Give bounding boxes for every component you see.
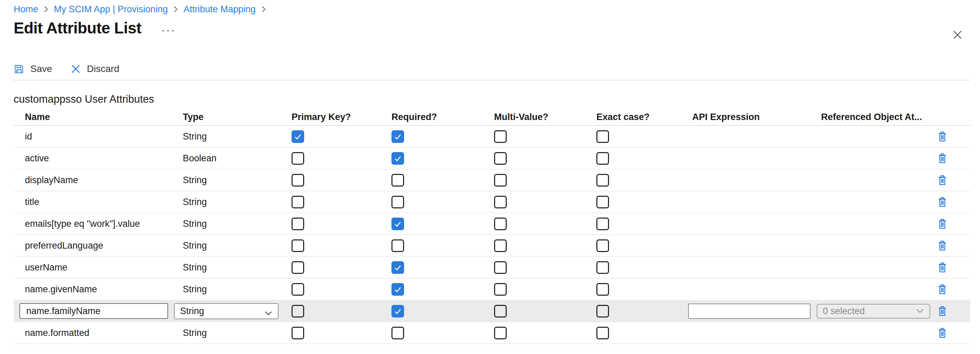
save-button[interactable]: Save [14, 64, 52, 74]
attribute-type-cell: String [183, 175, 291, 185]
exact-case-checkbox[interactable] [597, 239, 609, 252]
table-row: displayName String [14, 169, 970, 191]
table-row: name.givenName String [14, 279, 970, 300]
exact-case-checkbox[interactable] [597, 196, 609, 208]
trash-icon [938, 284, 947, 295]
primary-key-checkbox[interactable] [291, 130, 304, 143]
more-options-button[interactable]: ··· [161, 23, 176, 33]
trash-icon [938, 197, 947, 207]
multi-value-checkbox[interactable] [494, 130, 507, 143]
attribute-name-input[interactable] [19, 303, 168, 319]
table-body: id String active [14, 126, 970, 344]
delete-attribute-button[interactable] [938, 153, 947, 164]
primary-key-checkbox[interactable] [291, 305, 304, 317]
exact-case-checkbox[interactable] [597, 283, 609, 296]
trash-icon [938, 153, 947, 164]
exact-case-checkbox[interactable] [597, 261, 609, 274]
delete-attribute-button[interactable] [938, 175, 947, 185]
table-row: name.formatted String [14, 322, 970, 344]
primary-key-checkbox[interactable] [291, 196, 304, 208]
required-checkbox[interactable] [391, 261, 404, 274]
attribute-type-cell: String [183, 262, 291, 273]
table-row: preferredLanguage String [14, 235, 970, 257]
attribute-type-select[interactable]: String [174, 303, 278, 319]
page-title: Edit Attribute List [14, 19, 142, 37]
chevron-down-icon [916, 308, 924, 314]
required-checkbox[interactable] [391, 218, 404, 230]
attribute-name-cell: id [14, 131, 183, 142]
exact-case-checkbox[interactable] [597, 130, 609, 143]
close-panel-button[interactable] [951, 29, 964, 41]
primary-key-checkbox[interactable] [291, 327, 304, 339]
attribute-name-cell: displayName [14, 175, 183, 185]
required-checkbox[interactable] [391, 305, 404, 317]
delete-attribute-button[interactable] [938, 241, 947, 251]
discard-button[interactable]: Discard [71, 64, 119, 74]
required-checkbox[interactable] [391, 130, 404, 143]
table-row: active Boolean [14, 148, 970, 169]
primary-key-checkbox[interactable] [291, 152, 304, 165]
multi-value-checkbox[interactable] [494, 218, 507, 230]
breadcrumb-attribute-mapping-link[interactable]: Attribute Mapping [183, 4, 256, 15]
required-checkbox[interactable] [391, 174, 404, 187]
delete-attribute-button[interactable] [938, 284, 947, 295]
attribute-name-cell: active [14, 153, 183, 164]
close-icon [952, 30, 963, 40]
delete-attribute-button[interactable] [938, 197, 947, 207]
attribute-edit-row: String 0 selected [14, 300, 970, 322]
multi-value-checkbox[interactable] [494, 327, 507, 339]
attribute-type-cell: String [183, 241, 291, 251]
required-checkbox[interactable] [391, 283, 404, 296]
api-expression-input[interactable] [688, 303, 811, 319]
edit-attribute-list-panel: Home My SCIM App | Provisioning Attribut… [0, 0, 980, 354]
trash-icon [938, 241, 947, 251]
required-checkbox[interactable] [391, 152, 404, 165]
referenced-object-dropdown[interactable]: 0 selected [817, 304, 930, 319]
required-checkbox[interactable] [391, 196, 404, 208]
column-header-required: Required? [391, 112, 494, 123]
chevron-right-icon [173, 5, 178, 13]
chevron-right-icon [44, 5, 48, 13]
trash-icon [938, 262, 947, 273]
trash-icon [938, 328, 947, 338]
exact-case-checkbox[interactable] [597, 327, 609, 339]
delete-attribute-button[interactable] [938, 328, 947, 338]
primary-key-checkbox[interactable] [291, 261, 304, 274]
multi-value-checkbox[interactable] [494, 174, 507, 187]
delete-attribute-button[interactable] [938, 306, 947, 316]
multi-value-checkbox[interactable] [494, 305, 507, 317]
table-row: emails[type eq "work"].value String [14, 213, 970, 235]
trash-icon [938, 306, 947, 316]
column-header-referenced-object: Referenced Object At... [821, 112, 937, 123]
multi-value-checkbox[interactable] [494, 239, 507, 252]
multi-value-checkbox[interactable] [494, 152, 507, 165]
multi-value-checkbox[interactable] [494, 261, 507, 274]
delete-attribute-button[interactable] [938, 218, 947, 229]
exact-case-checkbox[interactable] [597, 152, 609, 165]
chevron-right-icon [261, 5, 266, 13]
breadcrumb-app-provisioning-link[interactable]: My SCIM App | Provisioning [54, 4, 168, 15]
exact-case-checkbox[interactable] [597, 174, 609, 187]
breadcrumb-home-link[interactable]: Home [14, 4, 38, 15]
primary-key-checkbox[interactable] [291, 239, 304, 252]
save-icon [14, 64, 24, 74]
required-checkbox[interactable] [391, 327, 404, 339]
breadcrumb: Home My SCIM App | Provisioning Attribut… [14, 0, 980, 12]
exact-case-checkbox[interactable] [597, 218, 609, 230]
attribute-type-cell: String [183, 131, 291, 142]
delete-attribute-button[interactable] [938, 131, 947, 142]
delete-attribute-button[interactable] [938, 262, 947, 273]
multi-value-checkbox[interactable] [494, 283, 507, 296]
column-header-api-expression: API Expression [692, 112, 821, 123]
primary-key-checkbox[interactable] [291, 218, 304, 230]
primary-key-checkbox[interactable] [291, 283, 304, 296]
table-row: id String [14, 126, 970, 148]
attribute-name-cell: name.formatted [14, 328, 183, 338]
exact-case-checkbox[interactable] [597, 305, 609, 317]
attribute-name-cell: name.givenName [14, 284, 183, 295]
multi-value-checkbox[interactable] [494, 196, 507, 208]
primary-key-checkbox[interactable] [291, 174, 304, 187]
trash-icon [938, 218, 947, 229]
attribute-name-cell: emails[type eq "work"].value [14, 218, 183, 229]
required-checkbox[interactable] [391, 239, 404, 252]
